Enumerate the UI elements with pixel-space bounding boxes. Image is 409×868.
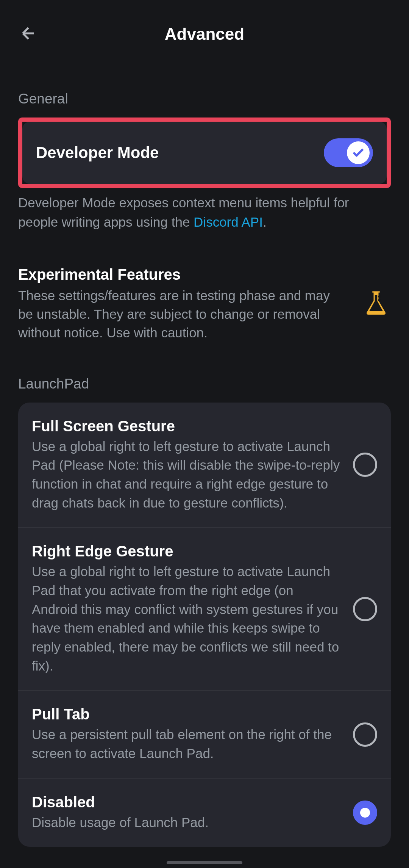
experimental-text: Experimental Features These settings/fea… (18, 266, 347, 342)
option-desc: Use a global right to left gesture to ac… (32, 437, 342, 512)
content: General Developer Mode Developer Mode ex… (0, 68, 409, 847)
radio-disabled[interactable] (353, 801, 377, 825)
experimental-section: Experimental Features These settings/fea… (18, 266, 391, 342)
option-desc: Use a global right to left gesture to ac… (32, 562, 342, 675)
radio-right-edge[interactable] (353, 597, 377, 621)
discord-api-link[interactable]: Discord API (194, 215, 263, 229)
radio-full-screen[interactable] (353, 453, 377, 477)
developer-mode-row[interactable]: Developer Mode (22, 122, 387, 184)
highlight-box: Developer Mode (18, 118, 391, 188)
radio-pull-tab[interactable] (353, 722, 377, 747)
header: Advanced (0, 0, 409, 68)
home-indicator (167, 861, 242, 864)
option-right-edge-gesture[interactable]: Right Edge Gesture Use a global right to… (18, 528, 391, 691)
page-title: Advanced (19, 25, 390, 44)
option-disabled[interactable]: Disabled Disable usage of Launch Pad. (18, 779, 391, 847)
section-label-general: General (18, 91, 391, 107)
option-desc: Disable usage of Launch Pad. (32, 813, 342, 832)
option-desc: Use a persistent pull tab element on the… (32, 725, 342, 763)
toggle-thumb (347, 141, 370, 164)
option-title: Full Screen Gesture (32, 418, 342, 435)
launchpad-options: Full Screen Gesture Use a global right t… (18, 403, 391, 847)
check-icon (351, 146, 365, 160)
svg-rect-1 (378, 299, 381, 301)
option-full-screen-gesture[interactable]: Full Screen Gesture Use a global right t… (18, 403, 391, 528)
developer-mode-label: Developer Mode (36, 144, 159, 162)
flask-icon (361, 289, 391, 318)
developer-mode-toggle[interactable] (324, 138, 373, 167)
option-title: Pull Tab (32, 706, 342, 723)
svg-rect-0 (378, 295, 381, 297)
experimental-title: Experimental Features (18, 266, 347, 283)
developer-mode-description: Developer Mode exposes context menu item… (18, 193, 391, 232)
experimental-desc: These settings/features are in testing p… (18, 286, 347, 342)
option-pull-tab[interactable]: Pull Tab Use a persistent pull tab eleme… (18, 691, 391, 778)
option-title: Disabled (32, 794, 342, 811)
option-title: Right Edge Gesture (32, 543, 342, 560)
section-label-launchpad: LaunchPad (18, 376, 391, 392)
